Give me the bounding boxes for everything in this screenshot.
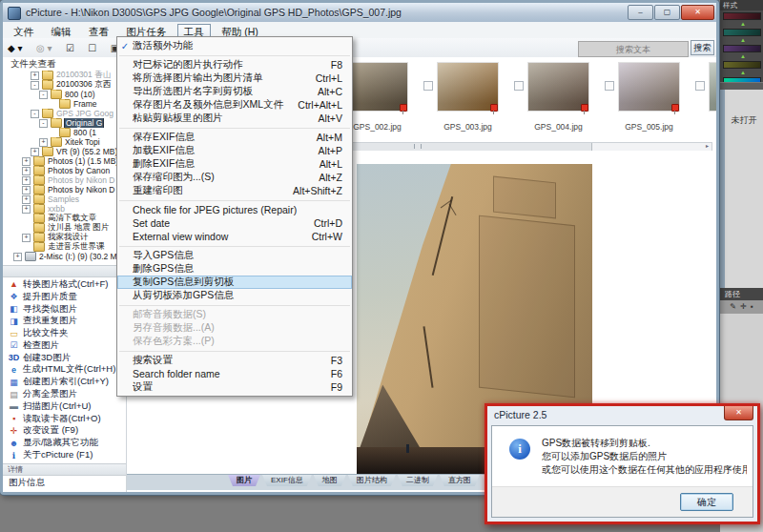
task-item[interactable]: ▬ 扫描图片(Ctrl+U)	[3, 400, 126, 413]
folder-tree-item[interactable]: + 2-Misc (I:) (9) (30.2 MB)	[3, 252, 126, 261]
tree-expander-icon[interactable]: -	[39, 119, 48, 128]
tree-expander-icon[interactable]: +	[22, 176, 31, 185]
gradient-stop-marker-icon[interactable]: ▲	[723, 52, 761, 60]
task-item[interactable]: ▲ 转换图片格式(Ctrl+F)	[3, 278, 126, 291]
thumbnail-image[interactable]	[527, 62, 589, 112]
tool-icon[interactable]: ✎	[730, 302, 736, 311]
menu-item[interactable]: ✓ 对已标记的图片执行动作 F8	[117, 58, 352, 72]
folder-tree-item[interactable]: + 20100301 香山	[3, 71, 126, 80]
menu-item[interactable]: ✓ 激活额外功能	[117, 39, 352, 52]
gradient-bar[interactable]	[723, 29, 761, 36]
tree-expander-icon[interactable]: +	[39, 138, 48, 147]
tree-expander-icon[interactable]	[22, 224, 31, 233]
gradient-swatch[interactable]: ▲	[723, 45, 761, 60]
menu-item[interactable]: ✓ 加载EXIF信息 Alt+P	[117, 144, 352, 157]
thumbnail-cell[interactable]	[695, 62, 716, 154]
task-item[interactable]: ▭ 比较文件夹	[3, 327, 126, 339]
folder-tree-item[interactable]: + Photos by Canon	[3, 166, 126, 175]
thumbnail-image[interactable]	[709, 62, 716, 112]
menu-item[interactable]: ✓	[119, 305, 350, 306]
task-item[interactable]: ▦ 创建图片索引(Ctrl+Y)	[3, 376, 126, 388]
tree-expander-icon[interactable]	[48, 129, 56, 137]
folder-tree-item[interactable]: - Original G	[3, 118, 126, 128]
tree-expander-icon[interactable]: +	[22, 157, 31, 166]
task-item[interactable]: ◨ 查找重复图片	[3, 315, 126, 327]
folder-tree-item[interactable]: 800 (1	[3, 128, 126, 137]
tree-expander-icon[interactable]: +	[22, 186, 31, 194]
menu-item[interactable]: ✓ 导入GPS信息	[117, 249, 352, 262]
tree-expander-icon[interactable]: +	[22, 234, 31, 242]
menu-item[interactable]: ✓ 保存图片名及额外信息到XML文件 Ctrl+Alt+L	[117, 98, 352, 112]
dialog-close-icon[interactable]: ✕	[724, 406, 753, 420]
folder-tree-item[interactable]: + Samples	[3, 194, 126, 204]
task-item[interactable]: ▤ 分离全景图片	[3, 388, 126, 400]
folder-tree-item[interactable]: 走进音乐世界课	[3, 242, 126, 252]
task-item[interactable]: ℹ 关于cPicture (F1)	[3, 449, 126, 461]
thumbnail-image[interactable]	[618, 62, 680, 112]
view-tab[interactable]: 二进制	[398, 475, 438, 486]
close-button[interactable]: ✕	[681, 5, 714, 20]
background-panel-tab[interactable]: 样式	[720, 0, 763, 10]
folder-tree-item[interactable]: + Photos by Nikon D	[3, 175, 126, 185]
tree-expander-icon[interactable]	[22, 215, 31, 223]
menu-item[interactable]: ✓ Search folder name F6	[117, 367, 352, 380]
view-tab[interactable]: 图片	[228, 475, 260, 486]
menu-item[interactable]: ✓ 保存EXIF信息 Alt+M	[117, 131, 352, 144]
folder-tree-item[interactable]: 汶川县 地震 图片	[3, 223, 126, 233]
thumbnail-checkbox[interactable]	[423, 81, 433, 91]
tree-expander-icon[interactable]: +	[22, 205, 31, 214]
toolbar-button[interactable]: ◎ ▾	[33, 42, 55, 54]
titlebar[interactable]: cPicture - H:\Nikon D300S\GPS JPG Google…	[3, 3, 716, 23]
task-item[interactable]: e 生成HTML文件(Ctrl+H)	[3, 364, 126, 377]
gradient-bar[interactable]	[723, 12, 761, 20]
view-tab[interactable]: 直方图	[440, 475, 480, 486]
view-tab[interactable]: EXIF信息	[262, 475, 312, 486]
folder-tree-item[interactable]: + xxbb	[3, 204, 126, 214]
folder-tree-item[interactable]: + Photos by Nikon D	[3, 185, 126, 194]
search-input[interactable]	[578, 41, 689, 57]
thumbnail-checkbox[interactable]	[605, 81, 614, 91]
menu-item[interactable]: ✓ 删除EXIF信息 Alt+L	[117, 157, 352, 171]
folder-tree-item[interactable]: 高清下载文章	[3, 214, 126, 223]
tree-expander-icon[interactable]	[48, 100, 56, 109]
tool-icon[interactable]: ▪	[751, 302, 753, 311]
toolbar-button[interactable]: ☐	[85, 42, 99, 54]
scrollbar-right-arrow-icon[interactable]: ▸	[703, 143, 711, 150]
menu-item[interactable]: ✓ 导出所选图片名字到剪切板 Alt+C	[117, 85, 352, 98]
task-item[interactable]: ☑ 检查图片	[3, 339, 126, 352]
folder-tree-item[interactable]: + 我家我设计	[3, 233, 126, 242]
menu-item[interactable]: ✓	[119, 351, 350, 352]
thumbnail-image[interactable]	[437, 62, 499, 112]
tree-expander-icon[interactable]: +	[22, 167, 31, 175]
menu-item[interactable]: ✓ 另存音频数据...(A)	[117, 321, 352, 335]
gradient-bar[interactable]	[723, 45, 761, 52]
folder-tree-item[interactable]: - 800 (10)	[3, 90, 126, 99]
maximize-button[interactable]: ▢	[654, 5, 680, 20]
task-item[interactable]: ☻ 显示/隐藏其它功能	[3, 437, 126, 449]
folder-tree-item[interactable]: - 20100306 京西	[3, 80, 126, 90]
task-item[interactable]: ▪ 读取读卡器(Ctrl+O)	[3, 413, 126, 425]
gradient-stop-marker-icon[interactable]: ▲	[723, 36, 761, 44]
task-item[interactable]: 3D 创建3D图片	[3, 352, 126, 364]
folder-tree-item[interactable]: + Photos (1) (1.5 MB)	[3, 156, 126, 166]
thumbnail-checkbox[interactable]	[514, 81, 524, 91]
tree-expander-icon[interactable]: +	[13, 253, 22, 261]
path-panel-tab[interactable]: 路径	[720, 288, 763, 300]
menu-item[interactable]: ✓	[119, 55, 350, 56]
gradient-swatch[interactable]: ▲	[723, 61, 761, 76]
search-button[interactable]: 搜索	[691, 40, 714, 55]
tree-expander-icon[interactable]: +	[31, 148, 39, 156]
task-item[interactable]: ◧ 寻找类似图片	[3, 303, 126, 316]
gradient-stop-marker-icon[interactable]: ▲	[723, 69, 761, 76]
menu-item[interactable]: ✓ Check file for JPEG pictures (Repair)	[117, 203, 352, 216]
menu-item[interactable]: ✓ External view window Ctrl+W	[117, 230, 352, 243]
tree-expander-icon[interactable]: +	[31, 72, 39, 80]
folder-tree-item[interactable]: - GPS JPG Goog	[3, 109, 126, 118]
view-tab[interactable]: 图片结构	[348, 475, 396, 486]
folder-tree-item[interactable]: Frame	[3, 99, 126, 109]
menu-item[interactable]: ✓ 粘贴剪贴板里的图片 Alt+V	[117, 112, 352, 125]
menu-item[interactable]: ✓	[119, 128, 350, 129]
gradient-bar[interactable]	[723, 61, 761, 69]
menu-item[interactable]: ✓	[119, 246, 350, 247]
tree-expander-icon[interactable]	[22, 243, 31, 252]
